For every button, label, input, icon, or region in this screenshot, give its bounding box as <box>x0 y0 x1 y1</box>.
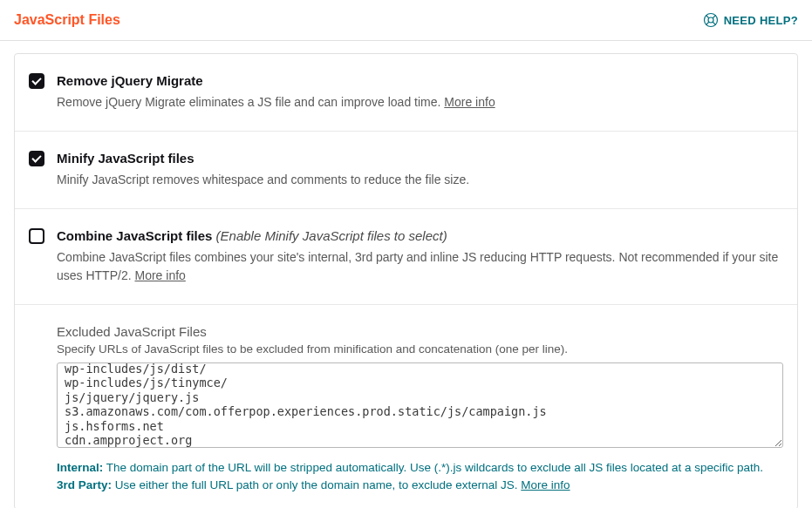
option-remove-jquery-migrate: Remove jQuery Migrate Remove jQuery Migr… <box>15 54 797 132</box>
svg-point-1 <box>708 17 713 23</box>
third-party-text: Use either the full URL path or only the… <box>112 478 521 491</box>
option-description: Combine JavaScript files combines your s… <box>57 248 783 285</box>
internal-label: Internal: <box>57 461 103 474</box>
combine-js-checkbox[interactable] <box>29 228 44 244</box>
option-content: Combine JavaScript files (Enable Minify … <box>57 228 783 285</box>
option-title: Remove jQuery Migrate <box>57 73 783 88</box>
option-minify-js: Minify JavaScript files Minify JavaScrip… <box>15 132 797 209</box>
need-help-link[interactable]: NEED HELP? <box>703 12 798 28</box>
svg-line-3 <box>713 15 715 17</box>
need-help-label: NEED HELP? <box>724 14 798 27</box>
more-info-link[interactable]: More info <box>444 95 495 109</box>
excluded-description: Specify URLs of JavaScript files to be e… <box>57 342 783 356</box>
internal-text: The domain part of the URL will be strip… <box>103 461 763 474</box>
section-header: JavaScript Files NEED HELP? <box>0 0 812 41</box>
option-note: (Enable Minify JavaScript files to selec… <box>216 228 447 243</box>
excluded-js-textarea[interactable] <box>57 362 783 448</box>
svg-line-2 <box>706 15 708 17</box>
more-info-link[interactable]: More info <box>521 478 570 491</box>
option-content: Remove jQuery Migrate Remove jQuery Migr… <box>57 73 783 112</box>
option-title: Combine JavaScript files (Enable Minify … <box>57 228 783 243</box>
remove-jquery-migrate-checkbox[interactable] <box>29 73 44 89</box>
options-panel: Remove jQuery Migrate Remove jQuery Migr… <box>14 53 798 508</box>
excluded-footnotes: Internal: The domain part of the URL wil… <box>57 459 783 495</box>
more-info-link[interactable]: More info <box>134 268 185 282</box>
svg-line-5 <box>713 22 715 24</box>
excluded-title: Excluded JavaScript Files <box>57 324 783 339</box>
option-description: Remove jQuery Migrate eliminates a JS fi… <box>57 93 783 112</box>
help-icon <box>703 12 719 28</box>
option-description: Minify JavaScript removes whitespace and… <box>57 171 783 189</box>
svg-line-4 <box>706 22 708 24</box>
page-title: JavaScript Files <box>14 12 120 28</box>
option-content: Minify JavaScript files Minify JavaScrip… <box>57 151 783 189</box>
third-party-label: 3rd Party: <box>57 478 112 491</box>
minify-js-checkbox[interactable] <box>29 151 44 166</box>
option-title: Minify JavaScript files <box>57 151 783 166</box>
option-combine-js: Combine JavaScript files (Enable Minify … <box>15 209 797 305</box>
excluded-js-section: Excluded JavaScript Files Specify URLs o… <box>15 305 797 508</box>
